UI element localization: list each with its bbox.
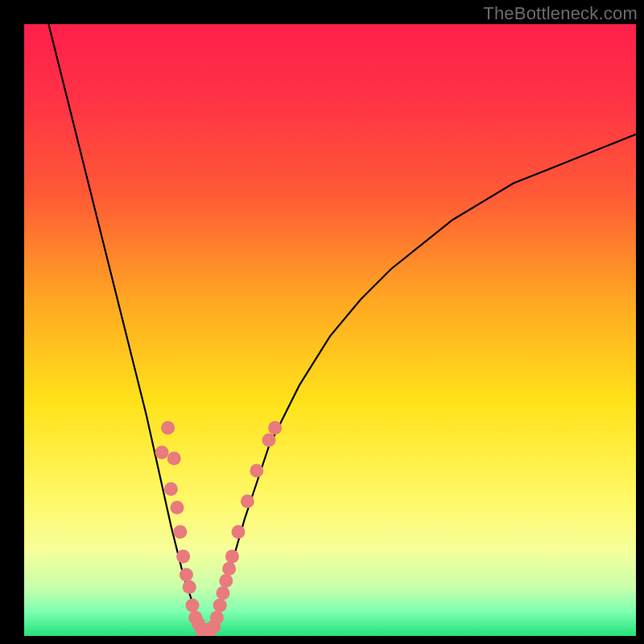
highlight-dot: [180, 568, 193, 582]
highlight-dot: [155, 446, 169, 460]
plot-area: [24, 24, 636, 636]
highlight-dot: [232, 525, 246, 539]
highlight-dot: [171, 501, 184, 514]
highlight-dot: [183, 580, 196, 594]
highlight-dot: [210, 611, 224, 625]
highlight-dot: [186, 599, 200, 613]
highlight-dot: [225, 550, 239, 564]
chart-svg: [24, 24, 636, 636]
chart-frame: TheBottleneck.com: [0, 0, 644, 644]
highlight-dot: [217, 586, 230, 600]
highlight-dot: [213, 599, 227, 613]
highlight-dot: [241, 494, 254, 508]
highlight-dot: [167, 452, 181, 465]
highlight-dot: [173, 525, 187, 539]
highlight-dot: [268, 421, 282, 435]
highlight-dot: [250, 464, 263, 477]
highlight-dot: [164, 482, 178, 496]
watermark-text: TheBottleneck.com: [483, 3, 638, 24]
highlight-dot: [222, 562, 236, 576]
highlight-dot: [262, 433, 276, 447]
highlight-dot: [176, 550, 190, 564]
highlight-dot: [219, 574, 233, 588]
gradient-background: [24, 24, 636, 636]
highlight-dot: [161, 421, 175, 435]
